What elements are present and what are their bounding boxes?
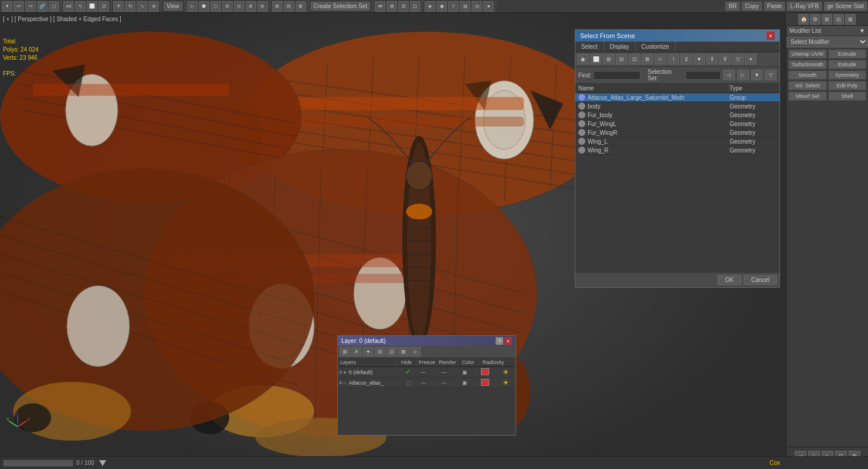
toolbar-btn-4[interactable]: 🔗	[37, 1, 48, 12]
toolbar-geo-5[interactable]: ⊙	[234, 1, 245, 12]
find-input[interactable]	[594, 71, 640, 80]
layer-tool-5[interactable]: ⊡	[386, 347, 397, 356]
scene-row-6[interactable]: Wing_R Geometry	[575, 146, 779, 155]
toolbar-geo-1[interactable]: ▷	[187, 1, 198, 12]
right-icon-1[interactable]: 🏠	[798, 14, 809, 25]
vray-vfb-btn[interactable]: L-Ray VFB	[787, 2, 822, 11]
toolbar-select-region[interactable]: ⬜	[87, 1, 97, 12]
select-tool-11[interactable]: ⊼	[706, 54, 718, 64]
scene-list-body[interactable]: Attacus_Atlas_Large_Saturniid_Moth Group…	[575, 93, 779, 155]
select-tool-8[interactable]: ⊺	[667, 54, 679, 64]
toolbar-snap2[interactable]: ⊟	[284, 1, 294, 12]
layer-help-btn[interactable]: ?	[496, 337, 503, 345]
select-tool-10[interactable]: ▼	[693, 54, 705, 64]
right-icon-2[interactable]: ⚙	[810, 14, 820, 25]
toolbar-render6[interactable]: ●	[483, 1, 494, 12]
toolbar-render1[interactable]: ◈	[425, 1, 435, 12]
scene-row-4[interactable]: Fur_WingR Geometry	[575, 128, 779, 137]
br-btn[interactable]: BR	[725, 2, 740, 11]
toolbar-align[interactable]: ⊟	[398, 1, 409, 12]
toolbar-render3[interactable]: ◊	[448, 1, 459, 12]
scene-row-2[interactable]: Fur_body Geometry	[575, 111, 779, 120]
find-nav-btn3[interactable]: ▼	[751, 70, 763, 80]
select-tool-9[interactable]: ⊻	[680, 54, 692, 64]
toolbar-scale[interactable]: ⤡	[137, 1, 147, 12]
toolbar-move[interactable]: ✛	[113, 1, 124, 12]
mod-btn-extrude-1[interactable]: Extrude	[828, 49, 867, 59]
layer-tool-3[interactable]: ✦	[363, 347, 374, 356]
toolbar-render2[interactable]: ◉	[436, 1, 447, 12]
layer-tool-1[interactable]: ⊞	[340, 347, 350, 356]
mod-btn-turbosmooth[interactable]: TurboSmooth	[788, 60, 827, 69]
layer-tool-2[interactable]: ✕	[351, 347, 362, 356]
toolbar-render4[interactable]: ◍	[460, 1, 470, 12]
paste-btn[interactable]: Paste	[764, 2, 785, 11]
scene-row-0[interactable]: Attacus_Atlas_Large_Saturniid_Moth Group	[575, 93, 779, 102]
selection-set-input[interactable]	[686, 71, 721, 80]
mod-btn-extrude-2[interactable]: Extrude	[828, 60, 867, 69]
select-tool-4[interactable]: ⊟	[616, 54, 628, 64]
view-menu[interactable]: View	[164, 2, 182, 11]
mod-btn-symmetry[interactable]: Symmetry	[828, 70, 867, 80]
select-tool-13[interactable]: ▽	[732, 54, 744, 64]
modifier-list-dropdown-arrow[interactable]: ▼	[859, 28, 865, 34]
layer-tool-6[interactable]: ⊠	[398, 347, 409, 356]
cancel-button[interactable]: Cancel	[744, 275, 777, 285]
select-tool-1[interactable]: ◉	[577, 54, 589, 64]
toolbar-layers[interactable]: ◫	[410, 1, 421, 12]
right-icon-5[interactable]: ⊠	[845, 14, 856, 25]
toolbar-mirror[interactable]: ⇌	[375, 1, 385, 12]
tab-select[interactable]: Select	[575, 42, 604, 52]
layer-close-btn[interactable]: ×	[504, 337, 512, 345]
layer-row-1[interactable]: ≡ ○ Attacus_atlas_ □ — — ▣ ☀	[338, 378, 516, 388]
select-tool-14[interactable]: ▾	[745, 54, 757, 64]
mod-btn-msurf-sel[interactable]: MNurf Sel	[788, 91, 827, 101]
tab-display[interactable]: Display	[604, 42, 636, 52]
layer-row-0[interactable]: ≡ ● 0 (default) ✓ — — ▣ ☀	[338, 367, 516, 378]
select-tool-3[interactable]: ⊞	[603, 54, 615, 64]
toolbar-btn-3[interactable]: ↪	[25, 1, 36, 12]
mod-btn-smooth[interactable]: Smooth	[788, 70, 827, 80]
create-selection-set-btn[interactable]: Create Selection Set	[311, 2, 371, 11]
select-dialog-close-btn[interactable]: ×	[767, 32, 775, 40]
toolbar-geo-2[interactable]: ⬟	[199, 1, 209, 12]
scene-row-3[interactable]: Fur_WingL Geometry	[575, 120, 779, 128]
right-icon-3[interactable]: ⊞	[822, 14, 832, 25]
toolbar-snap3[interactable]: ⊠	[296, 1, 306, 12]
toolbar-transform2[interactable]: ⊕	[148, 1, 159, 12]
tab-customize[interactable]: Customize	[636, 42, 676, 52]
toolbar-geo-3[interactable]: ⬡	[211, 1, 221, 12]
find-nav-btn2[interactable]: ▷	[737, 70, 749, 80]
ok-button[interactable]: OK	[717, 275, 741, 285]
layer-tool-4[interactable]: ⊟	[375, 347, 385, 356]
select-tool-7[interactable]: ⊹	[655, 54, 666, 64]
select-tool-12[interactable]: ⊽	[719, 54, 731, 64]
select-tool-5[interactable]: ⊡	[629, 54, 640, 64]
scene-row-1[interactable]: body Geometry	[575, 102, 779, 111]
toolbar-btn-1[interactable]: ✦	[2, 1, 12, 12]
layer-tool-7[interactable]: ⊹	[410, 347, 421, 356]
toolbar-geo-7[interactable]: ⊜	[257, 1, 268, 12]
toolbar-select-all[interactable]: All	[63, 1, 74, 12]
mod-btn-unwrap-uvw[interactable]: Unwrap UVW	[788, 49, 827, 59]
scene-row-5[interactable]: Wing_L Geometry	[575, 137, 779, 146]
toolbar-snap[interactable]: ⊞	[272, 1, 283, 12]
toolbar-geo-4[interactable]: ⊚	[222, 1, 233, 12]
scene-stat-btn[interactable]: ge Scene Stat	[824, 2, 867, 11]
mod-btn-shell[interactable]: Shell	[828, 91, 867, 101]
toolbar-window[interactable]: ⊡	[99, 1, 109, 12]
copy-btn[interactable]: Copy	[742, 2, 761, 11]
toolbar-pointer[interactable]: ↖	[75, 1, 86, 12]
select-tool-2[interactable]: ⬜	[590, 54, 602, 64]
right-icon-4[interactable]: ⊟	[833, 14, 844, 25]
mod-btn-vol-select[interactable]: Vol. Select	[788, 81, 827, 90]
modifier-list-dropdown[interactable]: Select Modifier	[786, 36, 868, 47]
toolbar-array[interactable]: ⊞	[386, 1, 397, 12]
toolbar-render5[interactable]: ◎	[472, 1, 482, 12]
toolbar-rotate[interactable]: ↻	[125, 1, 135, 12]
find-nav-btn1[interactable]: ◁	[723, 70, 735, 80]
toolbar-btn-2[interactable]: ↩	[13, 1, 24, 12]
toolbar-btn-5[interactable]: ◻	[49, 1, 59, 12]
find-nav-btn4[interactable]: ▽	[765, 70, 777, 80]
toolbar-geo-6[interactable]: ⊛	[246, 1, 256, 12]
